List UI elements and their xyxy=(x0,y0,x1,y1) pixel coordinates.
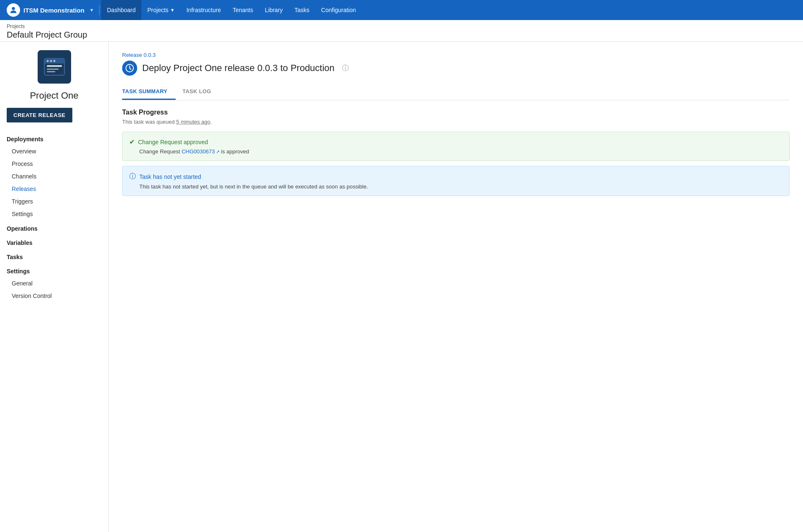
nav-projects[interactable]: Projects ▼ xyxy=(141,0,180,20)
breadcrumb: Projects Default Project Group xyxy=(0,20,803,42)
breadcrumb-title: Default Project Group xyxy=(7,30,796,40)
status-card-approved: ✔︎ Change Request approved Change Reques… xyxy=(122,132,790,161)
project-icon-box xyxy=(38,50,71,84)
sidebar-section-tasks: Tasks xyxy=(0,249,108,263)
sidebar-item-version-control[interactable]: Version Control xyxy=(0,290,108,302)
nav-tasks[interactable]: Tasks xyxy=(289,0,315,20)
nav-tenants[interactable]: Tenants xyxy=(227,0,259,20)
status-card-approved-title: Change Request approved xyxy=(138,139,208,145)
task-progress-title: Task Progress xyxy=(122,109,790,116)
status-card-not-started-body: This task has not started yet, but is ne… xyxy=(129,183,783,190)
sidebar-item-process[interactable]: Process xyxy=(0,158,108,170)
tab-task-summary[interactable]: TASK SUMMARY xyxy=(122,84,176,100)
help-icon[interactable]: ⓘ xyxy=(342,64,349,73)
breadcrumb-parent: Projects xyxy=(7,23,796,29)
sidebar-section-operations: Operations xyxy=(0,220,108,234)
project-icon-container xyxy=(0,50,108,84)
page-heading: Deploy Project One release 0.0.3 to Prod… xyxy=(122,61,790,76)
task-queue-time: 5 minutes ago xyxy=(176,119,210,125)
top-navigation: ITSM Demonstration ▼ Dashboard Projects … xyxy=(0,0,803,20)
svg-point-3 xyxy=(46,60,49,62)
project-name: Project One xyxy=(0,90,108,108)
release-breadcrumb-link[interactable]: Release 0.0.3 xyxy=(122,52,790,58)
status-card-approved-header: ✔︎ Change Request approved xyxy=(129,138,783,146)
sidebar: Project One CREATE RELEASE Deployments O… xyxy=(0,42,109,532)
nav-configuration[interactable]: Configuration xyxy=(315,0,362,20)
sidebar-item-overview[interactable]: Overview xyxy=(0,145,108,158)
task-queued-text: This task was queued 5 minutes ago. xyxy=(122,119,790,125)
brand-chevron-icon: ▼ xyxy=(90,8,94,13)
projects-dropdown-icon: ▼ xyxy=(170,8,175,13)
brand-name: ITSM Demonstration xyxy=(23,7,84,14)
sidebar-item-triggers[interactable]: Triggers xyxy=(0,195,108,208)
status-card-not-started: ⓘ Task has not yet started This task has… xyxy=(122,166,790,196)
sidebar-item-settings-deploy[interactable]: Settings xyxy=(0,208,108,220)
change-request-link[interactable]: CHG0030673↗ xyxy=(182,148,220,155)
sidebar-section-settings: Settings xyxy=(0,263,108,277)
brand-avatar xyxy=(7,3,20,17)
svg-point-5 xyxy=(53,60,55,62)
create-release-button[interactable]: CREATE RELEASE xyxy=(7,108,72,122)
sidebar-item-releases[interactable]: Releases xyxy=(0,183,108,195)
task-progress-section: Task Progress This task was queued 5 min… xyxy=(122,109,790,196)
nav-divider xyxy=(99,5,100,15)
sidebar-item-general[interactable]: General xyxy=(0,277,108,290)
main-layout: Project One CREATE RELEASE Deployments O… xyxy=(0,42,803,532)
status-card-approved-body: Change Request CHG0030673↗ is approved xyxy=(129,148,783,155)
sidebar-section-variables: Variables xyxy=(0,234,108,249)
tab-task-log[interactable]: TASK LOG xyxy=(182,84,220,100)
svg-rect-6 xyxy=(47,65,62,67)
main-content: Release 0.0.3 Deploy Project One release… xyxy=(109,42,803,532)
check-circle-icon: ✔︎ xyxy=(129,138,135,146)
brand-logo[interactable]: ITSM Demonstration ▼ xyxy=(7,3,94,17)
external-link-icon: ↗ xyxy=(216,149,220,154)
nav-dashboard[interactable]: Dashboard xyxy=(101,0,142,20)
svg-rect-8 xyxy=(47,71,55,72)
page-title: Deploy Project One release 0.0.3 to Prod… xyxy=(142,63,335,74)
task-status-icon xyxy=(122,61,137,76)
status-card-not-started-header: ⓘ Task has not yet started xyxy=(129,172,783,181)
nav-library[interactable]: Library xyxy=(259,0,289,20)
tabs-container: TASK SUMMARY TASK LOG xyxy=(122,84,790,100)
svg-rect-7 xyxy=(47,69,59,70)
info-circle-icon: ⓘ xyxy=(129,172,136,181)
nav-infrastructure[interactable]: Infrastructure xyxy=(181,0,227,20)
sidebar-section-deployments: Deployments xyxy=(0,131,108,145)
svg-point-0 xyxy=(12,7,15,10)
status-card-not-started-title: Task has not yet started xyxy=(139,173,201,180)
svg-point-4 xyxy=(50,60,52,62)
sidebar-item-channels[interactable]: Channels xyxy=(0,170,108,183)
